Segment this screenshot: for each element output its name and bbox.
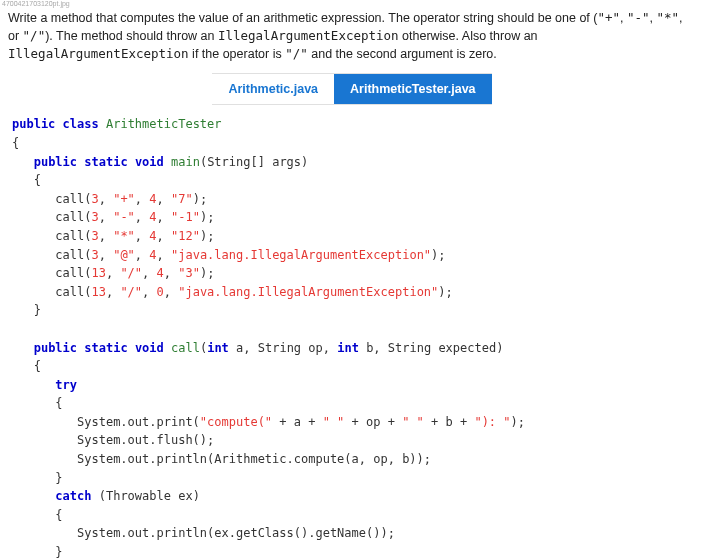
code-str: "java.lang.IllegalArgumentException" (171, 248, 431, 262)
code-text: b, String expected) (359, 341, 504, 355)
code-str: "7" (171, 192, 193, 206)
code-text: call( (12, 248, 91, 262)
code-text: , (135, 229, 149, 243)
desc-op-mult: "*" (657, 10, 680, 25)
code-str: "/" (120, 266, 142, 280)
code-str: "java.lang.IllegalArgumentException" (178, 285, 438, 299)
code-text: ); (511, 415, 525, 429)
code-num: 4 (157, 266, 164, 280)
code-text (12, 378, 55, 392)
code-text: , (99, 248, 113, 262)
code-class: ArithmeticTester (106, 117, 222, 131)
code-kw: void (135, 155, 164, 169)
code-str: "compute(" (200, 415, 272, 429)
code-text: call( (12, 266, 91, 280)
code-num: 3 (91, 210, 98, 224)
code-text: call( (12, 192, 91, 206)
code-num: 3 (91, 248, 98, 262)
desc-op-div: "/" (23, 28, 46, 43)
code-str: "12" (171, 229, 200, 243)
code-str: "): " (474, 415, 510, 429)
code-kw: public (12, 117, 55, 131)
desc-op-plus: "+" (597, 10, 620, 25)
problem-description: Write a method that computes the value o… (0, 7, 704, 73)
code-num: 4 (149, 192, 156, 206)
code-str: "+" (113, 192, 135, 206)
code-kw: void (135, 341, 164, 355)
code-text (128, 155, 135, 169)
code-text: + a + (272, 415, 323, 429)
code-num: 0 (157, 285, 164, 299)
code-text: ); (200, 210, 214, 224)
code-kw: public (34, 155, 77, 169)
code-text: { (12, 359, 41, 373)
tab-arithmetic[interactable]: Arithmetic.java (212, 74, 334, 104)
code-text: + op + (344, 415, 402, 429)
code-kw: try (55, 378, 77, 392)
code-str: "3" (178, 266, 200, 280)
code-text: , (157, 192, 171, 206)
code-text: System.out.println(Arithmetic.compute(a,… (12, 452, 431, 466)
code-text: , (142, 266, 156, 280)
code-text: ); (200, 229, 214, 243)
code-num: 13 (91, 285, 105, 299)
code-text: ); (438, 285, 452, 299)
code-str: "-" (113, 210, 135, 224)
tab-arithmetic-tester[interactable]: ArithmeticTester.java (334, 74, 492, 104)
code-kw: int (207, 341, 229, 355)
code-text: , (106, 285, 120, 299)
code-text: , (99, 192, 113, 206)
code-text: , (164, 266, 178, 280)
code-text: { (12, 173, 41, 187)
code-text: } (12, 545, 63, 559)
code-text: (Throwable ex) (91, 489, 199, 503)
code-text (128, 341, 135, 355)
code-text: a, String op, (229, 341, 337, 355)
code-text: System.out.flush(); (12, 433, 214, 447)
code-text: , (164, 285, 178, 299)
code-num: 4 (149, 229, 156, 243)
code-method: main (171, 155, 200, 169)
code-text: { (12, 508, 63, 522)
desc-text: Write a method that computes the value o… (8, 11, 597, 25)
code-text: { (12, 136, 19, 150)
code-num: 3 (91, 229, 98, 243)
code-text: + b + (424, 415, 475, 429)
tiny-header: 4700421703120pt.jpg (0, 0, 704, 7)
code-str: "-1" (171, 210, 200, 224)
code-text: } (12, 471, 63, 485)
code-kw: public (34, 341, 77, 355)
code-text: , (106, 266, 120, 280)
desc-exception: IllegalArgumentException (218, 28, 399, 43)
desc-text: , (650, 11, 657, 25)
code-kw: static (84, 155, 127, 169)
code-kw: int (337, 341, 359, 355)
code-str: "@" (113, 248, 135, 262)
code-text (99, 117, 106, 131)
code-text: } (12, 303, 41, 317)
file-tabs: Arithmetic.java ArithmeticTester.java (212, 73, 491, 105)
code-text: , (157, 248, 171, 262)
code-text (164, 341, 171, 355)
code-text: , (135, 210, 149, 224)
code-num: 3 (91, 192, 98, 206)
desc-text: if the operator is (189, 47, 286, 61)
code-text: call( (12, 285, 91, 299)
code-kw: class (63, 117, 99, 131)
code-text: , (99, 229, 113, 243)
desc-div-op: "/" (285, 46, 308, 61)
code-str: " " (402, 415, 424, 429)
code-num: 13 (91, 266, 105, 280)
code-text: (String[] args) (200, 155, 308, 169)
code-text: , (99, 210, 113, 224)
code-str: "*" (113, 229, 135, 243)
code-text: ); (193, 192, 207, 206)
code-text (55, 117, 62, 131)
code-num: 4 (149, 210, 156, 224)
code-text (12, 155, 34, 169)
code-kw: catch (55, 489, 91, 503)
code-viewer: public class ArithmeticTester { public s… (0, 111, 704, 560)
code-text: , (157, 229, 171, 243)
desc-op-minus: "-" (627, 10, 650, 25)
code-str: "/" (120, 285, 142, 299)
